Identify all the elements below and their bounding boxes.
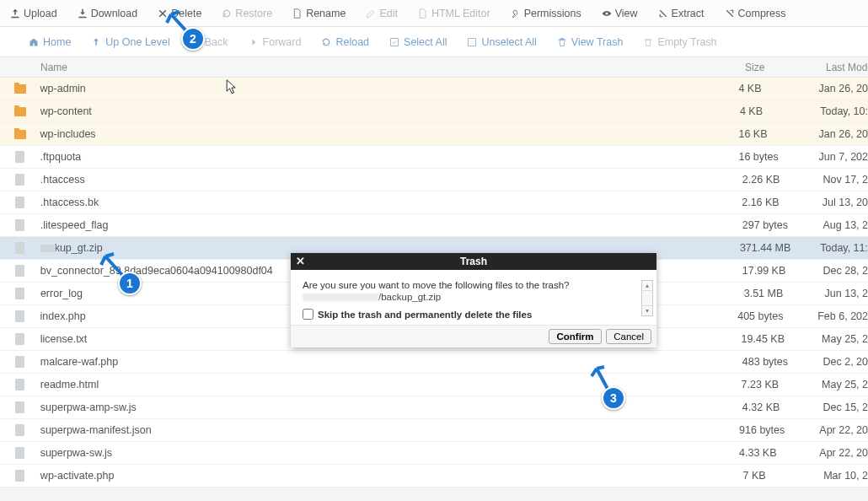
file-last-modified: Dec 15, 2 (822, 401, 868, 413)
view-trash-label: View Trash (571, 36, 624, 48)
file-last-modified: Jul 13, 20 (822, 197, 868, 208)
file-last-modified: Mar 10, 2 (823, 470, 868, 482)
file-icon (0, 356, 40, 368)
file-last-modified: Apr 22, 20 (819, 424, 868, 436)
file-row[interactable]: .htaccess2.26 KBNov 17, 2 (0, 169, 868, 191)
permissions-label: Permissions (524, 8, 581, 19)
extract-icon (658, 8, 668, 19)
file-last-modified: Jun 7, 202 (819, 151, 868, 163)
folder-icon (0, 107, 40, 116)
file-last-modified: Jun 13, 2 (825, 288, 868, 299)
reload-icon (321, 37, 331, 47)
header-name[interactable]: Name (0, 57, 745, 77)
confirm-button[interactable]: Confirm (549, 329, 601, 344)
file-icon (0, 265, 40, 277)
file-row[interactable]: wp-content4 KBToday, 10: (0, 100, 868, 123)
file-size: 4.33 KB (739, 447, 819, 459)
back-label: Back (205, 36, 228, 48)
file-row[interactable]: superpwa-sw.js4.33 KBApr 22, 20 (0, 442, 868, 465)
select-all-icon (389, 37, 399, 47)
file-row[interactable]: superpwa-manifest.json916 bytesApr 22, 2… (0, 419, 868, 442)
file-row[interactable]: wp-activate.php7 KBMar 10, 2 (0, 465, 868, 488)
cancel-button[interactable]: Cancel (606, 329, 651, 344)
delete-label: Delete (171, 8, 201, 19)
dialog-scrollbar[interactable]: ▴▾ (641, 280, 653, 316)
file-icon (0, 151, 40, 163)
file-icon (0, 333, 40, 345)
dialog-question: Are you sure you want to move the follow… (303, 280, 645, 290)
header-last-modified[interactable]: Last Mod (826, 57, 868, 77)
view-icon (602, 8, 612, 19)
download-label: Download (91, 8, 138, 19)
file-size: 916 bytes (739, 424, 819, 436)
delete-button[interactable]: Delete (147, 0, 212, 26)
file-row[interactable]: malcare-waf.php483 bytesDec 2, 20 (0, 351, 868, 374)
dialog-footer: Confirm Cancel (291, 325, 656, 347)
file-name: .htaccess (40, 174, 742, 186)
file-row[interactable]: .ftpquota16 bytesJun 7, 202 (0, 146, 868, 169)
scroll-down-icon[interactable]: ▾ (642, 305, 652, 315)
file-name: wp-activate.php (40, 470, 743, 482)
file-row[interactable]: wp-includes16 KBJan 26, 20 (0, 123, 868, 146)
file-icon (0, 470, 40, 482)
file-size: 19.45 KB (742, 333, 822, 345)
file-last-modified: May 25, 2 (822, 333, 868, 345)
file-icon (0, 197, 40, 208)
restore-icon (222, 8, 232, 19)
skip-trash-checkbox[interactable] (303, 309, 313, 320)
compress-button[interactable]: Compress (715, 0, 796, 26)
file-name: .htaccess.bk (40, 197, 742, 208)
file-last-modified: May 25, 2 (822, 379, 868, 391)
home-button[interactable]: Home (19, 27, 81, 57)
file-row[interactable]: readme.html7.23 KBMay 25, 2 (0, 374, 868, 396)
file-icon (0, 288, 40, 299)
up-icon (91, 37, 101, 47)
reload-button[interactable]: Reload (311, 27, 379, 57)
file-last-modified: Jan 26, 20 (819, 128, 868, 140)
file-icon (0, 219, 40, 231)
view-button[interactable]: View (592, 0, 648, 26)
restore-label: Restore (235, 8, 272, 19)
file-row[interactable]: superpwa-amp-sw.js4.32 KBDec 15, 2 (0, 396, 868, 419)
rename-button[interactable]: Rename (282, 0, 356, 26)
permissions-button[interactable]: Permissions (501, 0, 592, 26)
up-label: Up One Level (105, 36, 169, 48)
dialog-title-bar: ✕ Trash (291, 253, 656, 270)
view-trash-button[interactable]: View Trash (547, 27, 634, 57)
up-one-level-button[interactable]: Up One Level (81, 27, 179, 57)
file-icon (0, 174, 40, 186)
scroll-up-icon[interactable]: ▴ (642, 281, 652, 291)
dialog-title: Trash (460, 256, 487, 267)
unselect-all-label: Unselect All (481, 36, 536, 48)
skip-trash-row[interactable]: Skip the trash and permanently delete th… (303, 309, 645, 320)
view-label: View (615, 8, 638, 19)
file-size: 4.32 KB (742, 401, 823, 413)
file-name: .litespeed_flag (40, 219, 742, 231)
file-row[interactable]: .litespeed_flag297 bytesAug 13, 2 (0, 214, 868, 237)
download-button[interactable]: Download (67, 0, 148, 26)
permissions-icon (511, 8, 521, 19)
upload-button[interactable]: Upload (0, 0, 67, 26)
close-icon[interactable]: ✕ (296, 255, 305, 267)
extract-button[interactable]: Extract (648, 0, 715, 26)
select-all-button[interactable]: Select All (379, 27, 457, 57)
file-icon (0, 447, 40, 459)
file-size: 7.23 KB (742, 379, 822, 391)
select-all-label: Select All (404, 36, 447, 48)
dialog-file-list: /backup_gt.zip (303, 292, 645, 302)
forward-icon (249, 37, 259, 47)
file-size: 2.16 KB (742, 197, 822, 208)
file-last-modified: Feb 6, 202 (817, 310, 868, 322)
file-icon (0, 379, 40, 391)
folder-icon (0, 84, 40, 94)
file-row[interactable]: wp-admin4 KBJan 26, 20 (0, 78, 868, 100)
file-size: 2.26 KB (742, 174, 823, 186)
edit-icon (366, 8, 376, 19)
forward-label: Forward (263, 36, 302, 48)
header-size[interactable]: Size (745, 57, 826, 77)
upload-label: Upload (24, 8, 57, 19)
dialog-body: Are you sure you want to move the follow… (291, 270, 656, 325)
unselect-all-button[interactable]: Unselect All (457, 27, 546, 57)
file-row[interactable]: .htaccess.bk2.16 KBJul 13, 20 (0, 191, 868, 214)
file-size: 371.44 MB (740, 242, 820, 254)
